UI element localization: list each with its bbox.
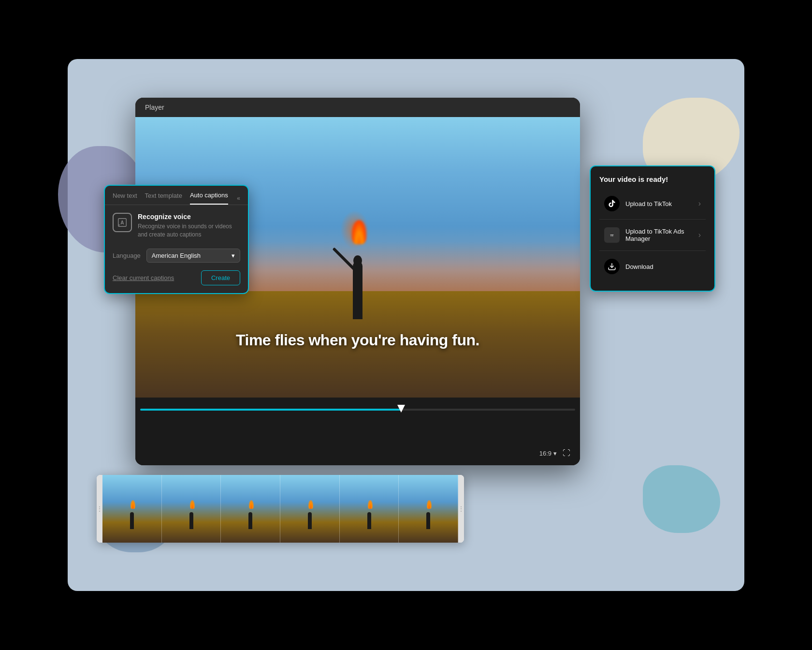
tiktok-icon [604,196,620,211]
upload-tiktok-ads-arrow-icon: › [698,231,701,239]
svg-text:A: A [120,220,124,225]
chevron-down-icon: ▾ [232,252,235,259]
mini-flame [308,500,313,509]
tab-auto-captions[interactable]: Auto captions [190,192,228,205]
captions-panel: New text Text template Auto captions « A… [104,185,249,294]
filmstrip-frame [102,475,162,543]
recognize-text: Recognize voice Recognize voice in sound… [138,213,240,239]
aspect-ratio-button[interactable]: 16:9 ▾ [539,450,557,457]
timeline-progress [140,409,401,411]
upload-tiktok-arrow-icon: › [698,199,701,208]
mini-flame [190,500,195,509]
ready-title: Your video is ready! [599,175,706,183]
tab-text-template[interactable]: Text template [145,192,182,204]
person-silhouette [343,222,372,319]
mini-flame [427,500,432,509]
upload-tiktok-label: Upload to TikTok [625,200,693,207]
filmstrip-frames [102,475,458,543]
bg-shape-teal [643,465,720,533]
create-captions-button[interactable]: Create [201,270,240,285]
divider [599,251,706,251]
clear-captions-button[interactable]: Clear current captions [113,274,174,281]
mini-flame [368,500,373,509]
panel-tabs: New text Text template Auto captions « [105,186,248,205]
mini-person [189,512,193,529]
download-item[interactable]: Download [599,253,706,280]
language-label: Language [113,252,141,259]
mini-person [426,512,430,529]
video-caption: Time flies when you're having fun. [135,331,580,349]
mini-flame [249,500,254,509]
download-icon [604,259,620,274]
main-wrapper: Player Time flies when you're having fun… [68,59,744,591]
svg-text:TT: TT [610,234,614,237]
panel-actions: Clear current captions Create [113,270,240,285]
timeline-bar[interactable] [140,409,575,411]
filmstrip-handle-right[interactable] [458,475,464,543]
timeline-needle [397,405,405,413]
flame [352,220,366,244]
player-bottom-bar: 16:9 ▾ ⛶ [135,441,580,465]
filmstrip-frame [162,475,221,543]
upload-tiktok-ads-label: Upload to TikTok Ads Manager [625,228,693,242]
recognize-title: Recognize voice [138,213,240,221]
recognize-desc: Recognize voice in sounds or videos and … [138,222,240,239]
tiktok-ads-icon: TT [604,227,620,243]
mini-flame [130,500,135,509]
panel-collapse-icon[interactable]: « [237,195,240,202]
filmstrip-handle-left[interactable] [97,475,102,543]
player-header: Player [135,98,580,117]
upload-tiktok-ads-item[interactable]: TT Upload to TikTok Ads Manager › [599,222,706,249]
panel-body: A Recognize voice Recognize voice in sou… [105,205,248,293]
mini-person [130,512,134,529]
recognize-section: A Recognize voice Recognize voice in sou… [113,213,240,239]
filmstrip-frame [340,475,399,543]
language-section: Language American English ▾ [113,249,240,263]
divider [599,219,706,220]
tab-new-text[interactable]: New text [113,192,137,204]
filmstrip-frame [399,475,458,543]
person-body [353,261,362,319]
filmstrip-frame [221,475,280,543]
filmstrip-frame [280,475,340,543]
language-value: American English [152,252,201,259]
recognize-voice-icon: A [113,213,132,232]
mini-person [248,512,252,529]
timeline-area[interactable] [135,398,580,422]
download-label: Download [625,263,701,270]
player-title: Player [145,103,164,111]
upload-tiktok-item[interactable]: Upload to TikTok › [599,190,706,217]
mini-person [367,512,371,529]
fullscreen-button[interactable]: ⛶ [563,449,570,458]
filmstrip[interactable] [97,475,464,543]
language-select[interactable]: American English ▾ [146,249,240,263]
mini-person [308,512,312,529]
ready-panel: Your video is ready! Upload to TikTok › … [590,165,715,292]
chevron-down-icon: ▾ [553,450,557,457]
